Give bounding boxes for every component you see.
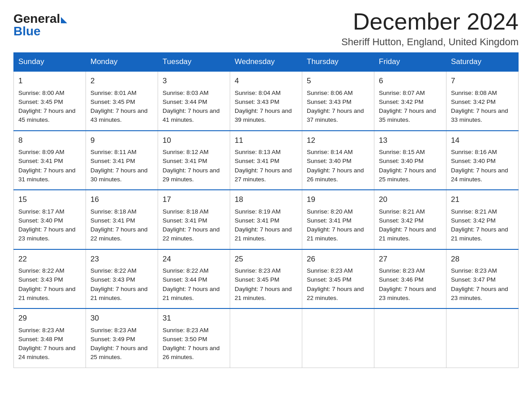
day-number: 16 (90, 194, 153, 206)
header-day-wednesday: Wednesday (230, 53, 302, 72)
calendar-day-22: 22Sunrise: 8:22 AMSunset: 3:43 PMDayligh… (14, 249, 86, 309)
calendar-day-14: 14Sunrise: 8:16 AMSunset: 3:40 PMDayligh… (446, 131, 519, 190)
day-number: 17 (163, 194, 225, 206)
calendar-body: 1Sunrise: 8:00 AMSunset: 3:45 PMDaylight… (14, 71, 519, 368)
calendar-week-2: 8Sunrise: 8:09 AMSunset: 3:41 PMDaylight… (14, 131, 519, 190)
day-number: 6 (379, 75, 442, 87)
calendar-day-1: 1Sunrise: 8:00 AMSunset: 3:45 PMDaylight… (14, 71, 86, 131)
day-number: 19 (307, 194, 369, 206)
calendar-day-30: 30Sunrise: 8:23 AMSunset: 3:49 PMDayligh… (86, 308, 158, 368)
calendar-day-2: 2Sunrise: 8:01 AMSunset: 3:45 PMDaylight… (86, 71, 158, 131)
day-number: 21 (451, 194, 514, 206)
header-day-monday: Monday (86, 53, 158, 72)
day-number: 28 (451, 253, 514, 265)
month-title: December 2024 (341, 9, 519, 34)
calendar-day-16: 16Sunrise: 8:18 AMSunset: 3:41 PMDayligh… (86, 190, 158, 249)
day-number: 27 (379, 253, 442, 265)
location-title: Sheriff Hutton, England, United Kingdom (341, 36, 519, 48)
calendar-header: SundayMondayTuesdayWednesdayThursdayFrid… (14, 53, 519, 72)
empty-day (446, 308, 519, 368)
calendar-day-12: 12Sunrise: 8:14 AMSunset: 3:40 PMDayligh… (302, 131, 374, 190)
day-number: 18 (235, 194, 297, 206)
header-day-thursday: Thursday (302, 53, 374, 72)
calendar-day-21: 21Sunrise: 8:21 AMSunset: 3:42 PMDayligh… (446, 190, 519, 249)
empty-day (374, 308, 446, 368)
calendar-day-8: 8Sunrise: 8:09 AMSunset: 3:41 PMDaylight… (14, 131, 86, 190)
day-number: 12 (307, 135, 369, 146)
empty-day (302, 308, 374, 368)
header-day-tuesday: Tuesday (158, 53, 230, 72)
header-day-sunday: Sunday (14, 53, 86, 72)
day-number: 8 (18, 135, 81, 146)
calendar-day-11: 11Sunrise: 8:13 AMSunset: 3:41 PMDayligh… (230, 131, 302, 190)
day-number: 25 (235, 253, 297, 265)
day-number: 24 (163, 253, 225, 265)
day-number: 15 (18, 194, 81, 206)
day-number: 2 (90, 75, 153, 87)
calendar-day-9: 9Sunrise: 8:11 AMSunset: 3:41 PMDaylight… (86, 131, 158, 190)
logo-blue-text: Blue (13, 25, 67, 38)
header-day-saturday: Saturday (446, 53, 519, 72)
day-number: 26 (307, 253, 369, 265)
calendar-day-20: 20Sunrise: 8:21 AMSunset: 3:42 PMDayligh… (374, 190, 446, 249)
calendar-table: SundayMondayTuesdayWednesdayThursdayFrid… (13, 52, 519, 368)
calendar-day-6: 6Sunrise: 8:07 AMSunset: 3:42 PMDaylight… (374, 71, 446, 131)
calendar-day-4: 4Sunrise: 8:04 AMSunset: 3:43 PMDaylight… (230, 71, 302, 131)
calendar-day-13: 13Sunrise: 8:15 AMSunset: 3:40 PMDayligh… (374, 131, 446, 190)
calendar-day-18: 18Sunrise: 8:19 AMSunset: 3:41 PMDayligh… (230, 190, 302, 249)
day-number: 31 (163, 313, 225, 324)
calendar-day-24: 24Sunrise: 8:22 AMSunset: 3:44 PMDayligh… (158, 249, 230, 309)
day-number: 9 (90, 135, 153, 146)
day-number: 13 (379, 135, 442, 146)
header-row: SundayMondayTuesdayWednesdayThursdayFrid… (14, 53, 519, 72)
calendar-day-23: 23Sunrise: 8:22 AMSunset: 3:43 PMDayligh… (86, 249, 158, 309)
calendar-day-25: 25Sunrise: 8:23 AMSunset: 3:45 PMDayligh… (230, 249, 302, 309)
header-day-friday: Friday (374, 53, 446, 72)
page-header: General Blue December 2024 Sheriff Hutto… (13, 9, 519, 48)
day-number: 30 (90, 313, 153, 324)
calendar-day-5: 5Sunrise: 8:06 AMSunset: 3:43 PMDaylight… (302, 71, 374, 131)
logo: General Blue (13, 13, 67, 38)
calendar-day-28: 28Sunrise: 8:23 AMSunset: 3:47 PMDayligh… (446, 249, 519, 309)
day-number: 7 (451, 75, 514, 87)
calendar-week-4: 22Sunrise: 8:22 AMSunset: 3:43 PMDayligh… (14, 249, 519, 309)
title-section: December 2024 Sheriff Hutton, England, U… (341, 9, 519, 48)
calendar-day-15: 15Sunrise: 8:17 AMSunset: 3:40 PMDayligh… (14, 190, 86, 249)
day-number: 29 (18, 313, 81, 324)
calendar-week-3: 15Sunrise: 8:17 AMSunset: 3:40 PMDayligh… (14, 190, 519, 249)
day-number: 4 (235, 75, 297, 87)
day-number: 3 (163, 75, 225, 87)
calendar-day-26: 26Sunrise: 8:23 AMSunset: 3:45 PMDayligh… (302, 249, 374, 309)
day-number: 22 (18, 253, 81, 265)
day-number: 5 (307, 75, 369, 87)
logo-arrow-icon (61, 17, 67, 23)
calendar-day-7: 7Sunrise: 8:08 AMSunset: 3:42 PMDaylight… (446, 71, 519, 131)
day-number: 14 (451, 135, 514, 146)
logo-general-text: General (13, 13, 60, 25)
calendar-day-27: 27Sunrise: 8:23 AMSunset: 3:46 PMDayligh… (374, 249, 446, 309)
day-number: 1 (18, 75, 81, 87)
calendar-day-31: 31Sunrise: 8:23 AMSunset: 3:50 PMDayligh… (158, 308, 230, 368)
calendar-day-17: 17Sunrise: 8:18 AMSunset: 3:41 PMDayligh… (158, 190, 230, 249)
day-number: 20 (379, 194, 442, 206)
day-number: 23 (90, 253, 153, 265)
empty-day (230, 308, 302, 368)
calendar-day-29: 29Sunrise: 8:23 AMSunset: 3:48 PMDayligh… (14, 308, 86, 368)
calendar-week-1: 1Sunrise: 8:00 AMSunset: 3:45 PMDaylight… (14, 71, 519, 131)
calendar-day-3: 3Sunrise: 8:03 AMSunset: 3:44 PMDaylight… (158, 71, 230, 131)
day-number: 11 (235, 135, 297, 146)
calendar-day-19: 19Sunrise: 8:20 AMSunset: 3:41 PMDayligh… (302, 190, 374, 249)
calendar-week-5: 29Sunrise: 8:23 AMSunset: 3:48 PMDayligh… (14, 308, 519, 368)
day-number: 10 (163, 135, 225, 146)
calendar-day-10: 10Sunrise: 8:12 AMSunset: 3:41 PMDayligh… (158, 131, 230, 190)
